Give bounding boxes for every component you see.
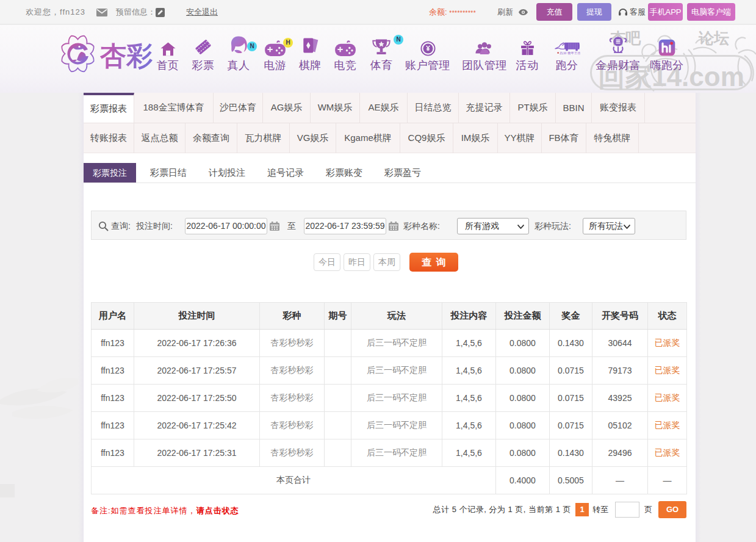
svg-text:论坛: 论坛	[698, 29, 729, 46]
svg-text:ZLM·青年工作室: ZLM·青年工作室	[560, 51, 580, 55]
